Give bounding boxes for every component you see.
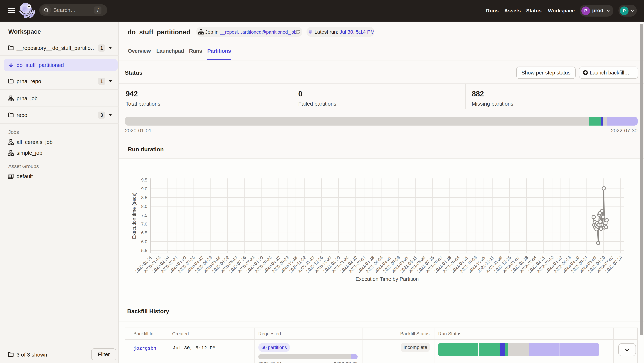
svg-text:8.0: 8.0 [141, 204, 147, 209]
svg-text:6.5: 6.5 [141, 230, 147, 235]
svg-text:9.0: 9.0 [141, 186, 147, 191]
svg-text:8.5: 8.5 [141, 195, 147, 200]
svg-text:9.5: 9.5 [141, 178, 147, 182]
svg-text:7.5: 7.5 [141, 213, 147, 218]
svg-text:6.0: 6.0 [141, 239, 147, 244]
svg-text:Execution time (secs): Execution time (secs) [132, 192, 137, 239]
svg-text:7.0: 7.0 [141, 222, 147, 226]
svg-text:5.5: 5.5 [141, 248, 147, 253]
svg-text:Execution Time by Partition: Execution Time by Partition [356, 276, 418, 282]
